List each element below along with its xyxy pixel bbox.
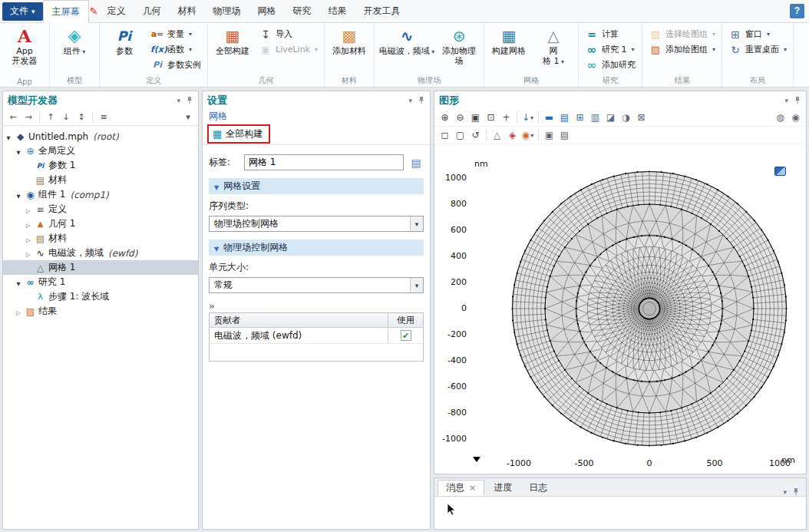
pin-icon[interactable] [792, 487, 800, 496]
panel-menu-icon[interactable]: ▾ [408, 97, 412, 104]
label-edit-icon[interactable]: ▤ [408, 157, 424, 169]
tree-item-materials[interactable]: ▤ 材料 [3, 231, 198, 246]
tree-item-parameters-1[interactable]: Pi 参数 1 [3, 158, 198, 173]
reorder-icon[interactable]: ↕ [74, 111, 88, 124]
variables-button[interactable]: a= 变量 [147, 27, 204, 41]
plot-view-indicator-icon[interactable] [774, 167, 786, 176]
study-1-button[interactable]: ∞ 研究 1 [582, 42, 639, 57]
pin-icon[interactable] [186, 96, 193, 104]
select-boundaries-icon[interactable]: ▢ [453, 128, 467, 142]
select-plot-group-button[interactable]: ▧ 选择绘图组 [646, 27, 718, 41]
table-row[interactable]: 电磁波，频域 (ewfd) ✔ [210, 328, 423, 344]
tree-item-global-definitions[interactable]: ⊕ 全局定义 [3, 144, 198, 158]
mesh-node-button[interactable]: △ 网 格 1 [532, 25, 575, 68]
tree-item-study-1[interactable]: ∞ 研究 1 [3, 275, 198, 289]
wireframe-icon[interactable]: ▥ [588, 111, 603, 124]
tab-home[interactable]: 主屏幕 [43, 0, 89, 23]
transparency-icon[interactable]: ◪ [603, 111, 618, 124]
collapse-arrow-icon[interactable] [25, 219, 32, 230]
table-overflow-icon[interactable]: » [209, 302, 424, 312]
build-all-geometry-button[interactable]: ▦ 全部构建 [211, 25, 254, 57]
pin-icon[interactable] [794, 96, 801, 104]
sequence-type-select[interactable]: 物理场控制网格 [209, 216, 424, 232]
livelink-button[interactable]: ▣ LiveLink [256, 42, 321, 57]
orthographic-view-icon[interactable]: ▬ [542, 111, 556, 124]
back-icon[interactable]: ← [6, 111, 20, 124]
move-up-icon[interactable]: ↑ [44, 111, 58, 124]
element-size-select[interactable]: 常规 [209, 277, 424, 293]
zoom-in-icon[interactable]: ⊕ [438, 111, 452, 124]
physics-interface-button[interactable]: ∿ 电磁波，频域 [378, 25, 436, 58]
select-domains-icon[interactable]: ◻ [438, 128, 452, 142]
expand-arrow-icon[interactable] [15, 190, 22, 200]
tab-messages[interactable]: 消息 × [438, 480, 484, 496]
functions-button[interactable]: f(x) 函数 [147, 42, 204, 57]
build-all-button[interactable]: ▦ 全部构建 [209, 126, 269, 142]
model-tree-filter-icon[interactable]: ▾ [181, 111, 195, 124]
tab-physics[interactable]: 物理场 [204, 0, 249, 23]
reset-rotation-icon[interactable]: ↺ [468, 128, 483, 142]
tree-item-geometry-1[interactable]: ▲ 几何 1 [3, 216, 198, 231]
compute-button[interactable]: = 计算 [582, 27, 639, 41]
tree-item-materials-global[interactable]: ▤ 材料 [3, 173, 198, 187]
pin-icon[interactable] [418, 96, 425, 104]
visibility-icon[interactable]: ◉ [788, 111, 803, 124]
use-checkbox[interactable]: ✔ [401, 330, 411, 341]
tab-materials[interactable]: 材料 [169, 0, 204, 23]
tab-log[interactable]: 日志 [521, 480, 555, 496]
plot-area[interactable]: 10008006004002000-200-400-600-800-1000 -… [434, 145, 806, 474]
label-input[interactable] [244, 154, 404, 170]
move-down-icon[interactable]: ↓ [59, 111, 73, 124]
default-view-icon[interactable]: ↓ [520, 111, 535, 124]
close-icon[interactable]: × [469, 483, 476, 493]
panel-menu-icon[interactable]: ▾ [177, 97, 180, 104]
show-grid-icon[interactable]: ▤ [557, 111, 572, 124]
node-display-icon[interactable]: ≡ [97, 111, 111, 124]
collapse-arrow-icon[interactable] [25, 233, 32, 244]
hide-objects-icon[interactable]: ◍ [773, 111, 788, 124]
collapse-arrow-icon[interactable] [25, 248, 32, 259]
add-study-button[interactable]: ∞ 添加研究 [582, 58, 639, 72]
tab-progress[interactable]: 进度 [486, 480, 520, 496]
zoom-box-icon[interactable]: ⊡ [484, 111, 498, 124]
file-menu-button[interactable]: 文件 [2, 2, 43, 21]
camera-icon[interactable]: ▣ [542, 128, 556, 142]
parameter-case-button[interactable]: Pi 参数实例 [147, 58, 204, 72]
panel-menu-icon[interactable]: ▾ [784, 97, 788, 104]
tab-definitions[interactable]: 定义 [98, 0, 134, 23]
tab-mesh[interactable]: 网格 [249, 0, 284, 23]
add-material-button[interactable]: ▩ 添加材料 [328, 25, 371, 57]
app-builder-button[interactable]: A App 开发器 [3, 25, 46, 67]
tree-item-results[interactable]: ▨ 结果 [3, 304, 198, 319]
add-physics-button[interactable]: ⊛ 添加物理场 [438, 25, 480, 67]
collapse-arrow-icon[interactable] [25, 204, 32, 215]
section-mesh-settings[interactable]: 网格设置 [209, 178, 424, 194]
expand-arrow-icon[interactable] [5, 131, 12, 142]
pan-icon[interactable]: + [499, 111, 513, 124]
forward-icon[interactable]: → [21, 111, 35, 124]
tab-results[interactable]: 结果 [319, 0, 355, 23]
tree-item-mesh-1[interactable]: △ 网格 1 [3, 260, 198, 275]
tab-study[interactable]: 研究 [284, 0, 319, 23]
tab-geometry[interactable]: 几何 [134, 0, 169, 23]
build-mesh-button[interactable]: ▦ 构建网格 [487, 25, 530, 57]
panel-menu-icon[interactable]: ▾ [783, 488, 787, 496]
zoom-extents-icon[interactable]: ▣ [468, 111, 483, 124]
zoom-out-icon[interactable]: ⊖ [453, 111, 467, 124]
collapse-arrow-icon[interactable] [15, 306, 22, 317]
expand-arrow-icon[interactable] [15, 277, 22, 288]
windows-button[interactable]: ⊞ 窗口 [725, 27, 790, 41]
tree-item-root[interactable]: ◆ Untitled.mph (root) [3, 129, 198, 144]
expand-arrow-icon[interactable] [15, 146, 22, 157]
mesh-plot-canvas[interactable] [471, 156, 794, 457]
tab-developer-tools[interactable]: 开发工具 [355, 0, 408, 23]
tree-item-component-1[interactable]: ◉ 组件 1 (comp1) [3, 187, 198, 202]
scene-light-icon[interactable]: ◑ [619, 111, 633, 124]
component-button[interactable]: ◈ 组件 [53, 25, 96, 58]
help-button[interactable]: ? [790, 4, 804, 18]
add-plot-group-button[interactable]: ▨ 添加绘图组 [646, 42, 718, 57]
import-button[interactable]: ↧ 导入 [256, 27, 321, 41]
snapshot-icon[interactable]: ⊠ [634, 111, 649, 124]
tree-item-definitions[interactable]: ≡ 定义 [3, 202, 198, 216]
mesh-display-icon[interactable]: △ [490, 128, 504, 142]
